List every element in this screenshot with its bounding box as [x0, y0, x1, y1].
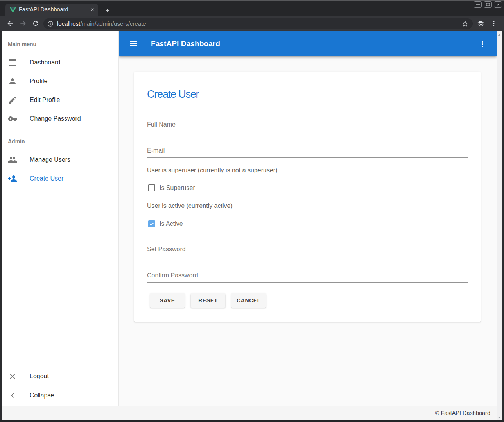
footer-copyright: © FastAPI Dashboard [435, 406, 490, 420]
window-border-bottom [0, 420, 504, 422]
new-tab-button[interactable] [102, 5, 113, 16]
checkbox-label: Is Superuser [160, 184, 195, 191]
navigation-drawer: Main menu Dashboard Profile Edit Profile… [2, 31, 119, 406]
sidebar-item-change-password[interactable]: Change Password [2, 109, 119, 128]
reload-button[interactable] [29, 16, 42, 31]
sidebar-divider [2, 131, 119, 131]
sidebar-item-profile[interactable]: Profile [2, 72, 119, 91]
pencil-icon [8, 95, 17, 105]
browser-titlebar: FastAPI Dashboard [0, 0, 504, 16]
sidebar-item-edit-profile[interactable]: Edit Profile [2, 91, 119, 109]
person-icon [8, 77, 17, 86]
window-minimize-button[interactable] [474, 1, 482, 8]
window-close-button[interactable] [494, 1, 502, 8]
confirm-password-field[interactable] [147, 271, 468, 280]
full-name-field[interactable] [147, 120, 468, 129]
input-underline [147, 256, 468, 256]
sidebar-item-label: Edit Profile [30, 97, 60, 104]
window-maximize-button[interactable] [484, 1, 492, 8]
page-scrollbar[interactable] [497, 31, 502, 420]
sidebar-item-label: Dashboard [30, 59, 60, 66]
checkbox-label: Is Active [160, 220, 183, 227]
save-button[interactable]: SAVE [150, 293, 185, 308]
sidebar-item-label: Manage Users [30, 156, 70, 163]
url-host: localhost [57, 20, 80, 27]
form-title: Create User [147, 88, 199, 100]
sidebar-item-create-user[interactable]: Create User [2, 169, 119, 188]
sidebar-item-dashboard[interactable]: Dashboard [2, 53, 119, 72]
back-button[interactable] [4, 16, 17, 31]
tab-title: FastAPI Dashboard [19, 4, 68, 16]
url-path: /main/admin/users/create [80, 20, 146, 27]
app-menu-icon[interactable] [475, 37, 490, 51]
sidebar-item-collapse[interactable]: Collapse [2, 386, 119, 405]
window-top-edge [0, 0, 504, 1]
set-password-input[interactable] [147, 245, 468, 254]
browser-toolbar: localhost/main/admin/users/create [0, 16, 504, 31]
tab-close-icon[interactable] [89, 6, 96, 13]
cancel-button[interactable]: CANCEL [231, 293, 266, 308]
people-icon [8, 155, 17, 165]
input-underline [147, 132, 468, 132]
email-field[interactable] [147, 146, 468, 156]
window-border-right [502, 31, 504, 422]
checkbox-checked-icon[interactable] [148, 220, 155, 227]
sidebar-item-label: Logout [30, 373, 49, 380]
sidebar-item-label: Change Password [30, 115, 81, 122]
forward-button[interactable] [16, 16, 30, 31]
chevron-left-icon [8, 391, 17, 400]
person-add-icon [8, 174, 17, 183]
app-title: FastAPI Dashboard [151, 31, 220, 56]
incognito-icon [474, 16, 488, 31]
full-name-input[interactable] [147, 120, 468, 129]
hamburger-menu-icon[interactable] [126, 37, 140, 51]
browser-tab[interactable]: FastAPI Dashboard [5, 4, 98, 16]
page-viewport: FastAPI Dashboard Main menu Dashboard Pr… [2, 31, 502, 420]
sidebar-item-manage-users[interactable]: Manage Users [2, 150, 119, 169]
superuser-note: User is superuser (currently is not a su… [147, 166, 277, 175]
sidebar-section-main-menu: Main menu [2, 38, 119, 50]
sidebar-item-label: Collapse [30, 392, 54, 399]
app-bar: FastAPI Dashboard [119, 31, 497, 56]
sidebar-section-admin: Admin [2, 135, 119, 148]
address-bar[interactable]: localhost/main/admin/users/create [43, 18, 473, 29]
create-user-card: Create User User is superuser (currently… [134, 72, 481, 322]
sidebar-item-label: Profile [30, 78, 47, 85]
scrollbar-up-arrow[interactable] [497, 32, 502, 38]
browser-menu-icon[interactable] [487, 16, 500, 31]
input-underline [147, 157, 468, 158]
scrollbar-down-arrow[interactable] [497, 415, 502, 420]
window-border-left [0, 31, 2, 422]
sidebar-item-logout[interactable]: Logout [2, 367, 119, 386]
confirm-password-input[interactable] [147, 271, 468, 280]
reset-button[interactable]: RESET [191, 293, 225, 308]
url-text[interactable]: localhost/main/admin/users/create [57, 20, 146, 27]
app-footer: © FastAPI Dashboard [2, 406, 497, 420]
is-superuser-checkbox-row[interactable]: Is Superuser [148, 183, 195, 193]
email-input[interactable] [147, 146, 468, 156]
sidebar-item-label: Create User [30, 175, 63, 182]
vue-favicon-icon [10, 7, 16, 13]
site-info-icon[interactable] [47, 21, 54, 27]
active-note: User is active (currently active) [147, 201, 233, 211]
is-active-checkbox-row[interactable]: Is Active [148, 219, 183, 229]
input-underline [147, 282, 468, 283]
web-icon [8, 58, 17, 67]
checkbox-unchecked-icon[interactable] [148, 184, 155, 191]
key-icon [8, 114, 17, 123]
set-password-field[interactable] [147, 245, 468, 254]
close-icon [8, 372, 17, 381]
bookmark-star-icon[interactable] [461, 20, 469, 27]
